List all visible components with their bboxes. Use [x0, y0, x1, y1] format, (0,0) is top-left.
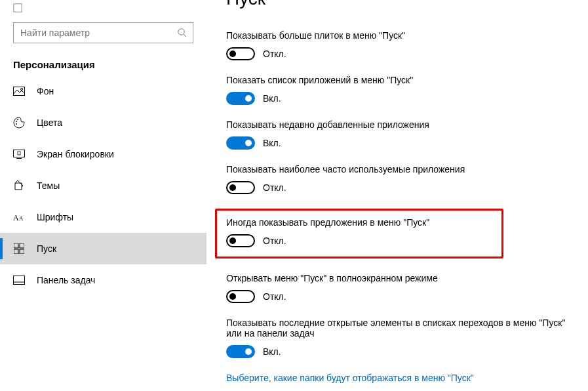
svg-point-4: [21, 89, 23, 91]
toggle-fullscreen[interactable]: [226, 290, 255, 303]
toggle-jumplists[interactable]: [226, 345, 255, 358]
fonts-icon: AA: [13, 211, 25, 223]
toggle-state-text: Откл.: [263, 291, 286, 302]
svg-rect-13: [14, 243, 18, 248]
toggle-state-text: Вкл.: [263, 138, 281, 148]
svg-rect-8: [14, 150, 25, 157]
search-input[interactable]: [19, 27, 177, 39]
sidebar-item-themes[interactable]: Темы: [0, 170, 206, 201]
setting-jumplists: Показывать последние открытые элементы в…: [226, 318, 575, 358]
sidebar-section-title: Персонализация: [0, 59, 206, 75]
sidebar-item-label: Пуск: [37, 243, 56, 254]
setting-label: Показывать больше плиток в меню "Пуск": [226, 30, 575, 41]
svg-point-1: [178, 29, 184, 35]
svg-text:A: A: [13, 213, 19, 222]
sidebar-item-label: Экран блокировки: [37, 149, 114, 159]
toggle-most-used[interactable]: [226, 181, 255, 194]
svg-rect-0: [14, 4, 22, 12]
picture-icon: [13, 85, 25, 97]
sidebar-item-label: Панель задач: [37, 275, 95, 285]
setting-label: Показывать наиболее часто используемые п…: [226, 164, 575, 175]
taskbar-icon: [13, 274, 25, 286]
svg-rect-15: [14, 249, 18, 254]
sidebar-item-label: Шрифты: [37, 212, 73, 222]
setting-fullscreen: Открывать меню "Пуск" в полноэкранном ре…: [226, 273, 575, 303]
page-title: Пуск: [226, 0, 575, 9]
setting-most-used: Показывать наиболее часто используемые п…: [226, 164, 575, 194]
svg-rect-3: [14, 87, 25, 96]
themes-icon: [13, 180, 25, 192]
setting-recently-added: Показывать недавно добавленные приложени…: [226, 119, 575, 150]
search-icon: [177, 28, 187, 38]
sidebar-item-start[interactable]: Пуск: [0, 233, 206, 264]
sidebar-item-label: Темы: [37, 180, 60, 191]
setting-label: Иногда показывать предложения в меню "Пу…: [226, 217, 492, 228]
svg-point-7: [16, 123, 17, 125]
sidebar-item-lockscreen[interactable]: Экран блокировки: [0, 138, 206, 170]
search-input-container[interactable]: [13, 22, 193, 43]
home-icon: [13, 3, 24, 12]
svg-point-5: [16, 121, 17, 122]
sidebar-item-label: Цвета: [37, 117, 62, 128]
palette-icon: [13, 117, 25, 129]
svg-rect-16: [20, 249, 24, 254]
setting-label: Открывать меню "Пуск" в полноэкранном ре…: [226, 273, 575, 283]
svg-rect-14: [20, 243, 24, 248]
svg-rect-10: [18, 152, 20, 155]
toggle-recently-added[interactable]: [226, 136, 255, 150]
sidebar-item-label: Фон: [37, 86, 54, 96]
home-nav[interactable]: [13, 1, 206, 14]
lockscreen-icon: [13, 148, 25, 160]
setting-more-tiles: Показывать больше плиток в меню "Пуск" О…: [226, 30, 575, 60]
toggle-suggestions[interactable]: [226, 234, 255, 247]
start-icon: [13, 243, 25, 255]
sidebar-item-taskbar[interactable]: Панель задач: [0, 264, 206, 296]
sidebar: Персонализация Фон Цвета Экран блокировк…: [0, 0, 206, 391]
svg-line-2: [184, 34, 186, 37]
toggle-more-tiles[interactable]: [226, 47, 255, 60]
toggle-state-text: Откл.: [263, 49, 286, 59]
toggle-state-text: Откл.: [263, 182, 286, 193]
setting-app-list: Показать список приложений в меню "Пуск"…: [226, 75, 575, 105]
choose-folders-link[interactable]: Выберите, какие папки будут отображаться…: [226, 373, 575, 383]
setting-label: Показать список приложений в меню "Пуск": [226, 75, 575, 85]
sidebar-item-colors[interactable]: Цвета: [0, 107, 206, 138]
highlighted-setting-box: Иногда показывать предложения в меню "Пу…: [215, 209, 503, 258]
svg-point-6: [17, 119, 18, 120]
sidebar-item-background[interactable]: Фон: [0, 75, 206, 107]
svg-rect-17: [14, 276, 25, 285]
toggle-state-text: Вкл.: [263, 346, 281, 357]
setting-suggestions: Иногда показывать предложения в меню "Пу…: [226, 217, 492, 247]
toggle-state-text: Вкл.: [263, 93, 281, 104]
setting-label: Показывать последние открытые элементы в…: [226, 318, 575, 339]
toggle-app-list[interactable]: [226, 92, 255, 105]
toggle-state-text: Откл.: [263, 236, 286, 246]
main-content: Пуск Показывать больше плиток в меню "Пу…: [206, 0, 588, 391]
svg-text:A: A: [19, 215, 24, 222]
sidebar-item-fonts[interactable]: AA Шрифты: [0, 201, 206, 233]
setting-label: Показывать недавно добавленные приложени…: [226, 119, 575, 130]
